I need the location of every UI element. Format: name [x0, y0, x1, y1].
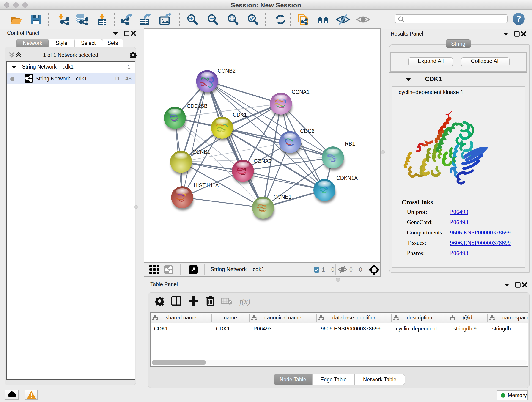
- svg-text:CDC25B: CDC25B: [187, 103, 208, 109]
- svg-text:CDK1: CDK1: [233, 112, 247, 118]
- svg-text:CCNA2: CCNA2: [254, 158, 272, 164]
- svg-text:CCNE1: CCNE1: [273, 194, 291, 200]
- svg-text:CCNB1: CCNB1: [192, 149, 210, 155]
- svg-text:CDC6: CDC6: [300, 128, 315, 134]
- svg-text:CCNA1: CCNA1: [292, 89, 310, 95]
- svg-text:CDKN1A: CDKN1A: [336, 175, 358, 181]
- svg-text:CCNB2: CCNB2: [218, 68, 235, 74]
- svg-text:HIST1H1A: HIST1H1A: [194, 182, 219, 188]
- svg-text:RB1: RB1: [345, 141, 355, 147]
